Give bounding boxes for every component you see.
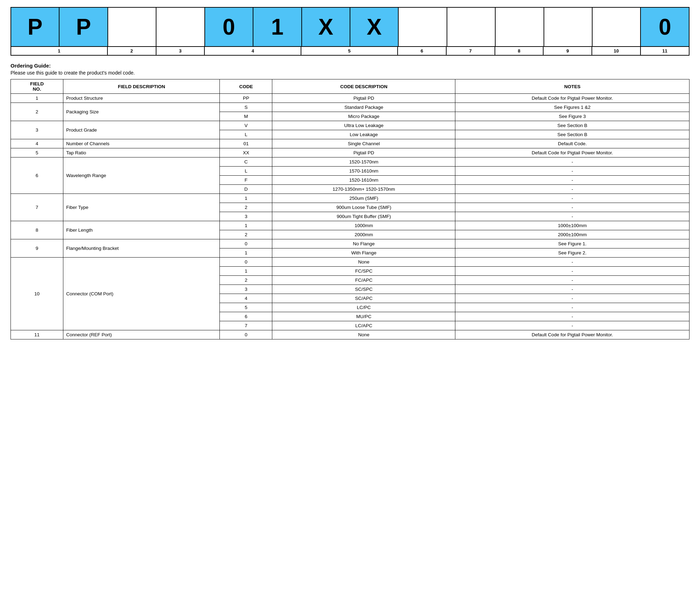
code-desc-cell: 1000mm: [272, 221, 455, 230]
field-num-8: 8: [495, 47, 544, 55]
field-desc-cell: Connector (COM Port): [63, 258, 220, 330]
notes-cell: -: [455, 285, 690, 294]
field-desc-cell: Product Structure: [63, 94, 220, 103]
code-desc-cell: None: [272, 258, 455, 267]
code-cell-val: C: [220, 157, 272, 167]
field-num-10: 10: [592, 47, 641, 55]
code-desc-cell: FC/APC: [272, 276, 455, 285]
code-cell-4: [156, 8, 205, 46]
code-desc-cell: 1520-1570nm: [272, 157, 455, 167]
code-cell-val: L: [220, 167, 272, 176]
code-cell-val: D: [220, 185, 272, 194]
code-desc-cell: Micro Package: [272, 112, 455, 121]
code-cell-val: L: [220, 130, 272, 139]
code-cell-13: [593, 8, 641, 46]
notes-cell: -: [455, 267, 690, 276]
field-no-cell: 1: [11, 94, 63, 103]
field-desc-cell: Number of Channels: [63, 139, 220, 148]
code-cell-5: 0: [205, 8, 253, 46]
code-desc-cell: SC/SPC: [272, 285, 455, 294]
notes-cell: -: [455, 185, 690, 194]
notes-cell: See Figure 3: [455, 112, 690, 121]
col-header-field-desc: FIELD DESCRIPTION: [63, 79, 220, 94]
code-desc-cell: With Flange: [272, 248, 455, 258]
field-desc-cell: Fiber Length: [63, 221, 220, 239]
guide-subtitle: Please use this guide to create the prod…: [10, 70, 690, 76]
field-desc-cell: Flange/Mounting Bracket: [63, 239, 220, 258]
notes-cell: -: [455, 212, 690, 221]
code-cell-val: 0: [220, 258, 272, 267]
field-no-cell: 11: [11, 330, 63, 339]
field-no-cell: 10: [11, 258, 63, 330]
code-desc-cell: No Flange: [272, 239, 455, 248]
notes-cell: -: [455, 312, 690, 321]
code-cell-6: 1: [253, 8, 302, 46]
table-row: 2 Packaging Size S Standard Package See …: [11, 103, 690, 112]
code-desc-cell: LC/PC: [272, 303, 455, 312]
code-cell-val: 2: [220, 203, 272, 212]
notes-cell: -: [455, 321, 690, 330]
code-desc-cell: Low Leakage: [272, 130, 455, 139]
code-cell-8: X: [350, 8, 399, 46]
notes-cell: -: [455, 258, 690, 267]
code-desc-cell: FC/SPC: [272, 267, 455, 276]
col-header-notes: NOTES: [455, 79, 690, 94]
code-desc-cell: 2000mm: [272, 230, 455, 239]
code-desc-cell: 900um Loose Tube (SMF): [272, 203, 455, 212]
code-cell-12: [544, 8, 593, 46]
code-cell-val: 1: [220, 221, 272, 230]
notes-cell: -: [455, 194, 690, 203]
table-row: 5 Tap Ratio XX Pigtail PD Default Code f…: [11, 148, 690, 157]
field-num-4: 4: [205, 47, 301, 55]
notes-cell: -: [455, 276, 690, 285]
col-header-code: CODE: [220, 79, 272, 94]
code-cell-val: 3: [220, 212, 272, 221]
code-cell-val: F: [220, 176, 272, 185]
code-desc-cell: Ultra Low Leakage: [272, 121, 455, 130]
field-num-5: 5: [301, 47, 398, 55]
ordering-table: FIELDNO. FIELD DESCRIPTION CODE CODE DES…: [10, 79, 690, 339]
code-cell-1: P: [11, 8, 59, 46]
field-num-2: 2: [108, 47, 156, 55]
field-no-cell: 7: [11, 194, 63, 221]
code-cell-val: XX: [220, 148, 272, 157]
notes-cell: See Section B: [455, 121, 690, 130]
code-desc-cell: 250um (SMF): [272, 194, 455, 203]
code-desc-cell: Single Channel: [272, 139, 455, 148]
field-num-9: 9: [544, 47, 592, 55]
field-no-cell: 6: [11, 157, 63, 194]
code-cell-val: 2: [220, 276, 272, 285]
code-cell-val: 7: [220, 321, 272, 330]
field-num-1: 1: [11, 47, 108, 55]
code-desc-cell: Pigtail PD: [272, 148, 455, 157]
code-cell-val: M: [220, 112, 272, 121]
code-cell-3: [108, 8, 156, 46]
code-desc-cell: MU/PC: [272, 312, 455, 321]
table-row: 4 Number of Channels 01 Single Channel D…: [11, 139, 690, 148]
field-desc-cell: Tap Ratio: [63, 148, 220, 157]
notes-cell: Default Code.: [455, 139, 690, 148]
table-row: 3 Product Grade V Ultra Low Leakage See …: [11, 121, 690, 130]
notes-cell: Default Code for Pigtail Power Monitor.: [455, 330, 690, 339]
notes-cell: 1000±100mm: [455, 221, 690, 230]
notes-cell: See Figure 2.: [455, 248, 690, 258]
field-no-cell: 8: [11, 221, 63, 239]
code-desc-cell: Pigtail PD: [272, 94, 455, 103]
field-desc-cell: Packaging Size: [63, 103, 220, 121]
code-desc-cell: LC/APC: [272, 321, 455, 330]
field-no-cell: 5: [11, 148, 63, 157]
table-row: 8 Fiber Length 1 1000mm 1000±100mm: [11, 221, 690, 230]
field-num-11: 11: [641, 47, 689, 55]
code-cell-val: 0: [220, 330, 272, 339]
code-cell-val: 3: [220, 285, 272, 294]
code-cell-val: PP: [220, 94, 272, 103]
table-row: 9 Flange/Mounting Bracket 0 No Flange Se…: [11, 239, 690, 248]
notes-cell: Default Code for Pigtail Power Monitor.: [455, 94, 690, 103]
field-no-cell: 3: [11, 121, 63, 139]
table-row: 6 Wavelength Range C 1520-1570nm -: [11, 157, 690, 167]
code-cell-val: 2: [220, 230, 272, 239]
field-number-row: 1 2 3 4 5 6 7 8 9 10 11: [10, 47, 690, 56]
table-row: 10 Connector (COM Port) 0 None -: [11, 258, 690, 267]
code-cell-val: 6: [220, 312, 272, 321]
code-desc-cell: SC/APC: [272, 294, 455, 303]
